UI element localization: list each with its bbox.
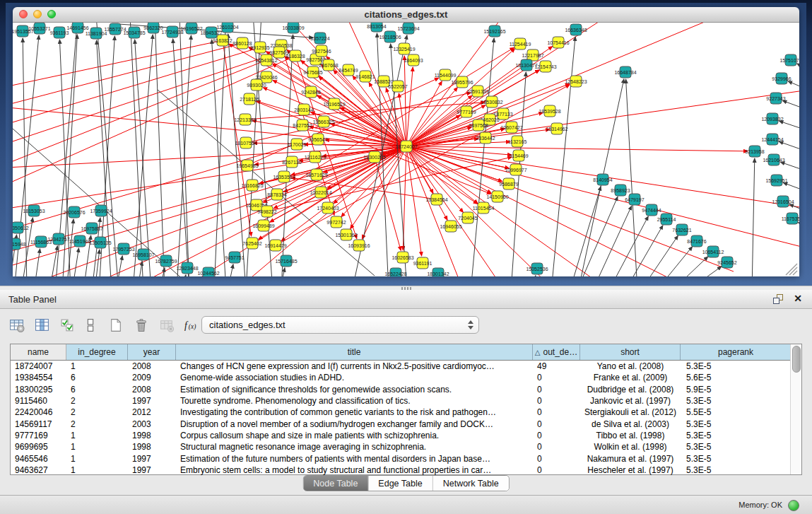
cell-out_degree[interactable]: 0 <box>533 373 580 382</box>
cell-in_degree[interactable]: 1 <box>66 431 128 440</box>
network-node-2955114[interactable]: 2955114 <box>657 214 676 225</box>
network-node-1170025[interactable]: 1170025 <box>288 139 307 150</box>
table-row[interactable]: 911546021997Tourette syndrome. Phenomeno… <box>11 395 801 407</box>
cell-short[interactable]: Nakamura et al. (1997) <box>580 454 681 464</box>
network-node-17350612[interactable]: 17350612 <box>13 222 29 233</box>
resize-grip-icon[interactable] <box>789 267 797 275</box>
network-node-17359924[interactable]: 17359924 <box>90 205 112 216</box>
cell-pagerank[interactable]: 5.6E-5 <box>681 373 792 382</box>
cell-title[interactable]: Changes of HCN gene expression and I(f) … <box>176 361 533 371</box>
network-node-12116279[interactable]: 12116279 <box>305 151 326 163</box>
close-panel-button[interactable]: ✕ <box>794 293 802 304</box>
network-node-8912935[interactable]: 8912935 <box>250 42 269 53</box>
float-panel-button[interactable] <box>772 293 784 305</box>
table-body[interactable]: 1872400712008Changes of HCN gene express… <box>11 361 801 476</box>
network-node-16026583[interactable]: 16026583 <box>392 252 413 263</box>
network-node-9972742[interactable]: 9972742 <box>326 216 346 228</box>
cell-in_degree[interactable]: 2 <box>66 396 128 406</box>
network-node-8958923[interactable]: 8958923 <box>611 185 630 196</box>
delete-column-button[interactable] <box>157 315 177 335</box>
scrollbar-thumb[interactable] <box>792 346 801 373</box>
network-node-13505135[interactable]: 13505135 <box>89 237 111 248</box>
cell-pagerank[interactable]: 5.3E-5 <box>681 396 792 406</box>
cell-out_degree[interactable]: 0 <box>533 431 580 440</box>
cell-year[interactable]: 2003 <box>128 419 176 429</box>
table-row[interactable]: 1872400712008Changes of HCN gene express… <box>11 361 801 372</box>
network-node-6479197[interactable]: 6479197 <box>625 194 644 205</box>
new-table-button[interactable] <box>106 315 126 335</box>
column-header-in_degree[interactable]: in_degree <box>66 344 128 360</box>
cell-pagerank[interactable]: 5.3E-5 <box>681 431 792 440</box>
network-node-13915948[interactable]: 13915948 <box>13 238 26 250</box>
cell-year[interactable]: 1997 <box>128 396 176 406</box>
network-node-2336442[interactable]: 2336442 <box>476 132 495 144</box>
network-node-18301342[interactable]: 18301342 <box>427 268 449 276</box>
column-header-out_degree[interactable]: △out_de… <box>533 344 580 360</box>
network-node-9227343[interactable]: 9227343 <box>766 93 785 104</box>
network-node-8813054[interactable]: 8813054 <box>367 23 386 32</box>
cell-short[interactable]: de Silva et al. (2003) <box>580 419 681 429</box>
network-node-16946055[interactable]: 16946055 <box>440 221 461 232</box>
table-selector-dropdown[interactable]: citations_edges.txt <box>201 316 479 334</box>
function-builder-button[interactable]: f(x) <box>181 315 201 335</box>
network-node-8471676[interactable]: 8471676 <box>687 235 706 247</box>
select-attributes-button[interactable] <box>58 315 78 335</box>
network-canvas[interactable]: 1872400791638228860128891293522260538982… <box>13 23 799 276</box>
network-node-18153053[interactable]: 18153053 <box>23 205 45 216</box>
cell-title[interactable]: Investigating the contribution of common… <box>176 407 533 417</box>
cell-pagerank[interactable]: 5.3E-5 <box>681 361 792 371</box>
network-node-12923448[interactable]: 12923448 <box>176 262 198 274</box>
network-node-7632621[interactable]: 7632621 <box>672 224 691 235</box>
cell-year[interactable]: 1997 <box>128 454 176 464</box>
cell-in_degree[interactable]: 1 <box>66 465 128 475</box>
network-node-16093916[interactable]: 16093916 <box>348 240 370 251</box>
cell-name[interactable]: 9463627 <box>11 465 66 475</box>
network-node-15716485[interactable]: 15716485 <box>275 255 297 267</box>
cell-title[interactable]: Tourette syndrome. Phenomenology and cla… <box>176 396 533 406</box>
table-scrollbar[interactable] <box>790 344 801 474</box>
cell-year[interactable]: 2008 <box>128 361 176 371</box>
cell-in_degree[interactable]: 2 <box>66 407 128 417</box>
cell-out_degree[interactable]: 0 <box>533 442 580 452</box>
table-row[interactable]: 2242004622012Investigating the contribut… <box>11 407 801 418</box>
network-node-12325419[interactable]: 12325419 <box>393 43 415 54</box>
cell-short[interactable]: Franke et al. (2009) <box>580 373 681 382</box>
cell-short[interactable]: Jankovic et al. (1997) <box>580 396 681 406</box>
network-node-8357224[interactable]: 8357224 <box>310 33 329 44</box>
cell-out_degree[interactable]: 0 <box>533 396 580 406</box>
network-node-11015454[interactable]: 11015454 <box>473 202 495 214</box>
network-node-15192165[interactable]: 15192165 <box>483 25 505 37</box>
network-node-8267130[interactable]: 8267130 <box>282 156 301 168</box>
network-node-15052536[interactable]: 15052536 <box>526 263 548 274</box>
cell-pagerank[interactable]: 5.5E-5 <box>681 407 792 417</box>
network-node-11675353[interactable]: 11675353 <box>782 213 799 224</box>
cell-pagerank[interactable]: 5.3E-5 <box>681 442 792 452</box>
cell-year[interactable]: 1997 <box>128 465 176 475</box>
network-node-15723694[interactable]: 15723694 <box>397 23 419 34</box>
cell-in_degree[interactable]: 2 <box>66 419 128 429</box>
network-node-10654112[interactable]: 10654112 <box>702 246 724 257</box>
network-node-1864093[interactable]: 1864093 <box>404 54 423 66</box>
row-height-button[interactable] <box>81 315 100 335</box>
cell-year[interactable]: 2009 <box>128 373 176 382</box>
cell-title[interactable]: Structural magnetic resonance image aver… <box>176 442 533 452</box>
cell-name[interactable]: 9115460 <box>11 396 66 406</box>
network-node-9457751[interactable]: 9457751 <box>225 252 244 263</box>
cell-title[interactable]: Estimation of significance thresholds fo… <box>176 385 533 395</box>
column-header-title[interactable]: title <box>176 344 533 360</box>
network-node-15692951[interactable]: 15692951 <box>765 175 787 186</box>
cell-pagerank[interactable]: 5.3E-5 <box>681 454 792 464</box>
table-row[interactable]: 969969511998Structural magnetic resonanc… <box>11 441 801 452</box>
cell-year[interactable]: 2012 <box>128 407 176 417</box>
cell-name[interactable]: 9699695 <box>11 442 66 452</box>
column-visibility-button[interactable] <box>33 315 52 335</box>
cell-in_degree[interactable]: 6 <box>66 385 128 395</box>
cell-short[interactable]: Stergiakouli et al. (2012) <box>580 407 681 417</box>
cell-in_degree[interactable]: 1 <box>66 361 128 371</box>
network-node-9474444[interactable]: 9474444 <box>642 204 661 216</box>
cell-short[interactable]: Wolkin et al. (1998) <box>580 442 681 452</box>
cell-in_degree[interactable]: 1 <box>66 442 128 452</box>
table-row[interactable]: 977716911998Corpus callosum shape and si… <box>11 430 801 441</box>
cell-title[interactable]: Genome-wide association studies in ADHD. <box>176 373 533 382</box>
network-node-9154469[interactable]: 9154469 <box>509 150 528 161</box>
